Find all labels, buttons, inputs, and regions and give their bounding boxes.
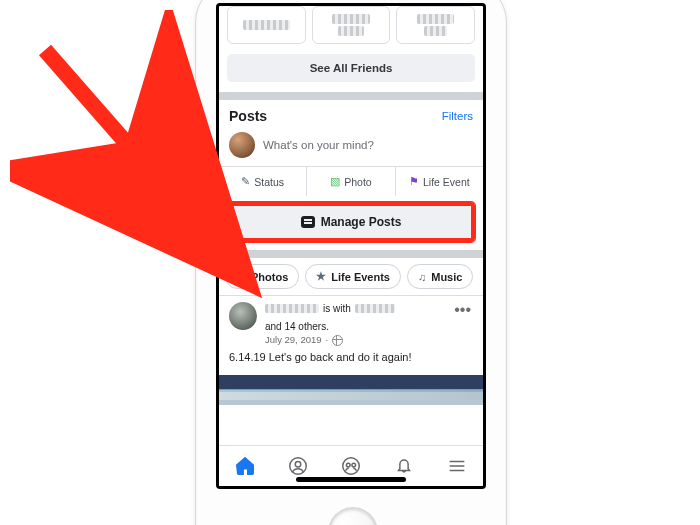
- post-menu-button[interactable]: •••: [452, 302, 473, 318]
- flag-icon: ⚑: [409, 175, 419, 188]
- friend-card[interactable]: [227, 6, 306, 44]
- svg-point-1: [295, 461, 301, 467]
- manage-posts-icon: [301, 216, 315, 228]
- photo-icon: ▧: [330, 175, 340, 188]
- redacted-name: [355, 304, 395, 313]
- post-body: 6.14.19 Let's go back and do it again!: [229, 347, 473, 369]
- home-indicator: [296, 477, 406, 482]
- feed-post[interactable]: is with and 14 others. July 29, 2019 · •…: [219, 296, 483, 375]
- chip-music[interactable]: ♫ Music: [407, 264, 473, 289]
- avatar: [229, 302, 257, 330]
- pencil-icon: ✎: [241, 175, 250, 188]
- life-event-button[interactable]: ⚑ Life Event: [396, 167, 483, 196]
- section-separator: [219, 92, 483, 100]
- life-event-label: Life Event: [423, 176, 470, 188]
- photo-icon: ▧: [236, 270, 246, 283]
- iphone-device-frame: See All Friends Posts Filters What's on …: [195, 0, 507, 525]
- friend-card-row: [219, 6, 483, 50]
- post-with-text: is with: [323, 302, 351, 316]
- music-icon: ♫: [418, 271, 426, 283]
- manage-posts-label: Manage Posts: [321, 215, 402, 229]
- section-separator: [219, 250, 483, 258]
- profile-tabs-chips: ▧ Photos ★ Life Events ♫ Music: [219, 258, 483, 295]
- svg-line-5: [45, 50, 220, 250]
- highlight-box: Manage Posts: [227, 202, 475, 242]
- chip-life-events[interactable]: ★ Life Events: [305, 264, 401, 289]
- chip-label: Photos: [251, 271, 288, 283]
- chip-photos[interactable]: ▧ Photos: [225, 264, 299, 289]
- post-composer[interactable]: What's on your mind?: [219, 130, 483, 166]
- friend-card[interactable]: [312, 6, 391, 44]
- see-all-friends-button[interactable]: See All Friends: [227, 54, 475, 82]
- svg-point-3: [346, 463, 350, 467]
- avatar: [229, 132, 255, 158]
- scroll-content: See All Friends Posts Filters What's on …: [219, 6, 483, 445]
- post-and-others: and 14 others.: [265, 320, 329, 334]
- globe-icon: [332, 335, 343, 346]
- manage-posts-button[interactable]: Manage Posts: [231, 206, 471, 238]
- status-button[interactable]: ✎ Status: [219, 167, 307, 196]
- svg-point-2: [343, 458, 360, 475]
- redacted-name: [265, 304, 319, 313]
- photo-label: Photo: [344, 176, 371, 188]
- chip-label: Music: [431, 271, 462, 283]
- bottom-tab-bar: [219, 445, 483, 486]
- tab-home[interactable]: [219, 446, 272, 486]
- photo-button[interactable]: ▧ Photo: [307, 167, 395, 196]
- filters-link[interactable]: Filters: [442, 110, 473, 122]
- post-image[interactable]: [219, 375, 483, 405]
- star-icon: ★: [316, 270, 326, 283]
- friend-card[interactable]: [396, 6, 475, 44]
- chip-label: Life Events: [331, 271, 390, 283]
- posts-heading: Posts: [229, 108, 267, 124]
- svg-point-4: [352, 463, 356, 467]
- post-date: July 29, 2019: [265, 334, 322, 347]
- tab-menu[interactable]: [430, 446, 483, 486]
- home-button: [328, 507, 378, 525]
- screen: See All Friends Posts Filters What's on …: [216, 3, 486, 489]
- status-label: Status: [254, 176, 284, 188]
- composer-placeholder: What's on your mind?: [263, 139, 374, 151]
